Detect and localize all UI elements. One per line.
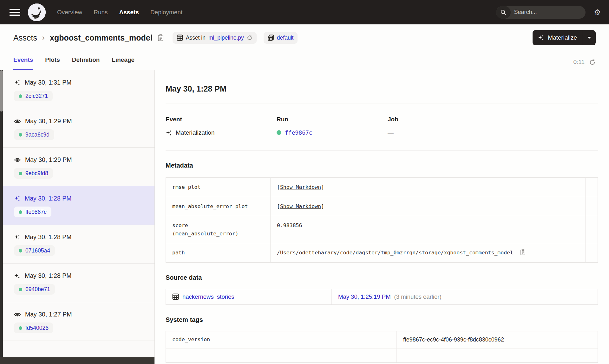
materialization-sparkle-icon [166,130,172,136]
sidebar-scrollbar-thumb[interactable] [0,70,3,112]
event-time: May 30, 1:28 PM [25,195,71,202]
hamburger-menu-icon[interactable] [10,9,20,16]
materialize-dropdown-caret[interactable] [583,30,596,45]
search-input[interactable] [511,9,586,16]
materialization-sparkle-icon [14,195,21,202]
event-list-item[interactable]: May 30, 1:29 PM 9aca6c9d [0,109,154,148]
run-id-pill: 9aca6c9d [14,129,54,140]
event-list-item[interactable]: May 30, 1:28 PM 6940be71 [0,264,154,302]
run-id-link[interactable]: ffe9867c [285,129,312,136]
event-time: May 30, 1:29 PM [25,118,72,125]
show-markdown-link[interactable]: Show Markdown [280,203,321,209]
repo-grid-icon [268,35,274,41]
bracket: [ [277,203,280,209]
table-grid-icon [177,35,183,41]
path-link[interactable]: /Users/odetteharary/code/dagster/tmp_0mz… [277,250,513,256]
metadata-value: /Users/odetteharary/code/dagster/tmp_0mz… [271,243,585,262]
observation-eye-icon [14,156,21,163]
job-label: Job [388,116,598,123]
event-list-item[interactable]: May 30, 1:29 PM 9ebc9fd8 [0,148,154,186]
run-status-dot [19,249,22,252]
event-time: May 30, 1:29 PM [25,156,72,163]
event-list-item[interactable]: May 30, 1:28 PM 071605a4 [0,225,154,264]
event-time: May 30, 1:31 PM [25,79,71,86]
system-tag-value: ffe9867c-ec9c-4f06-939c-f8dc830c0962 [397,331,598,348]
caret-down-icon [587,36,592,39]
metadata-value: 0.983856 [271,216,585,243]
metadata-key: rmse plot [166,178,271,197]
refresh-icon[interactable] [589,59,596,66]
system-tags-heading: System tags [166,316,598,323]
reload-definitions-icon[interactable] [247,35,252,41]
system-tag-value [397,348,598,362]
metadata-row: mean_absolute_error plot [Show Markdown] [166,197,598,216]
dagster-logo[interactable] [28,3,46,21]
show-markdown-link[interactable]: Show Markdown [280,184,321,190]
event-type-value: Materialization [176,129,215,136]
system-tag-key: code_version [166,331,397,348]
source-data-table: hackernews_stories May 30, 1:25:19 PM (3… [166,289,598,305]
run-id-pill: 2cfc3271 [14,91,53,101]
gear-icon[interactable]: ⚙ [594,9,601,16]
nav-item-assets[interactable]: Assets [119,9,139,16]
event-list-item[interactable]: May 30, 1:31 PM 2cfc3271 [0,70,154,109]
nav-item-runs[interactable]: Runs [94,9,108,16]
page-title: xgboost_comments_model [50,33,153,42]
repository-link[interactable]: default [277,35,294,41]
system-tags-table: code_version ffe9867c-ec9c-4f06-939c-f8d… [166,331,598,363]
event-detail-panel: May 30, 1:28 PM Event Materialization [155,70,609,364]
run-id-pill: 6940be71 [14,284,55,295]
run-status-dot [277,130,281,135]
metadata-value: [Show Markdown] [271,197,585,216]
materialize-button[interactable]: Materialize [533,34,583,41]
run-id-pill: 9ebc9fd8 [14,168,53,179]
materialization-sparkle-icon [14,272,21,279]
asset-location-prefix: Asset in [186,35,206,41]
source-asset-link[interactable]: hackernews_stories [182,293,234,300]
nav-item-deployment[interactable]: Deployment [150,9,182,16]
run-id-pill: fd540026 [14,322,53,333]
event-label: Event [166,116,277,123]
repository-badge: default [264,32,298,44]
copy-asset-name-icon[interactable] [158,34,164,41]
tab-definition[interactable]: Definition [72,56,100,70]
metadata-value: [Show Markdown] [271,178,585,197]
tab-events[interactable]: Events [13,56,33,70]
source-timestamp-link[interactable]: May 30, 1:25:19 PM [338,293,391,300]
run-id-link[interactable]: 071605a4 [25,247,50,254]
run-id-link[interactable]: ffe9867c [25,209,47,215]
breadcrumb-assets-link[interactable]: Assets [13,33,37,42]
metadata-heading: Metadata [166,162,598,169]
metadata-key: path [166,243,271,262]
run-status-dot [19,94,22,98]
run-id-link[interactable]: 9aca6c9d [25,131,49,138]
row-actions-cell [585,178,598,197]
run-id-link[interactable]: 9ebc9fd8 [25,170,48,177]
run-id-link[interactable]: 6940be71 [25,286,50,293]
tab-plots[interactable]: Plots [45,56,60,70]
materialize-split-button: Materialize [533,30,596,45]
refresh-countdown: 0:11 [573,59,585,66]
event-summary: Event Materialization Run [166,116,598,136]
job-value-empty: — [388,129,394,136]
event-list-item[interactable]: May 30, 1:27 PM fd540026 [0,302,154,341]
run-id-link[interactable]: 2cfc3271 [25,93,48,99]
event-detail-title: May 30, 1:28 PM [166,84,598,93]
pipeline-file-link[interactable]: ml_pipeline.py [208,35,244,41]
system-tag-key [166,348,397,362]
global-search: / [496,6,586,19]
event-time: May 30, 1:28 PM [25,233,71,241]
run-status-dot [19,133,22,137]
copy-path-icon[interactable] [520,249,526,255]
metadata-row: rmse plot [Show Markdown] [166,178,598,197]
observation-eye-icon [14,118,21,125]
source-timestamp-cell: May 30, 1:25:19 PM (3 minutes earlier) [332,289,598,304]
run-id-link[interactable]: fd540026 [25,325,49,331]
nav-item-overview[interactable]: Overview [57,9,82,16]
source-asset-cell: hackernews_stories [166,289,332,304]
tab-lineage[interactable]: Lineage [112,56,134,70]
event-list-item-selected[interactable]: May 30, 1:28 PM ffe9867c [0,186,154,225]
search-icon [496,6,511,19]
source-timestamp-note: (3 minutes earlier) [394,293,442,300]
top-navigation-bar: Overview Runs Assets Deployment / ⚙ [0,0,609,24]
